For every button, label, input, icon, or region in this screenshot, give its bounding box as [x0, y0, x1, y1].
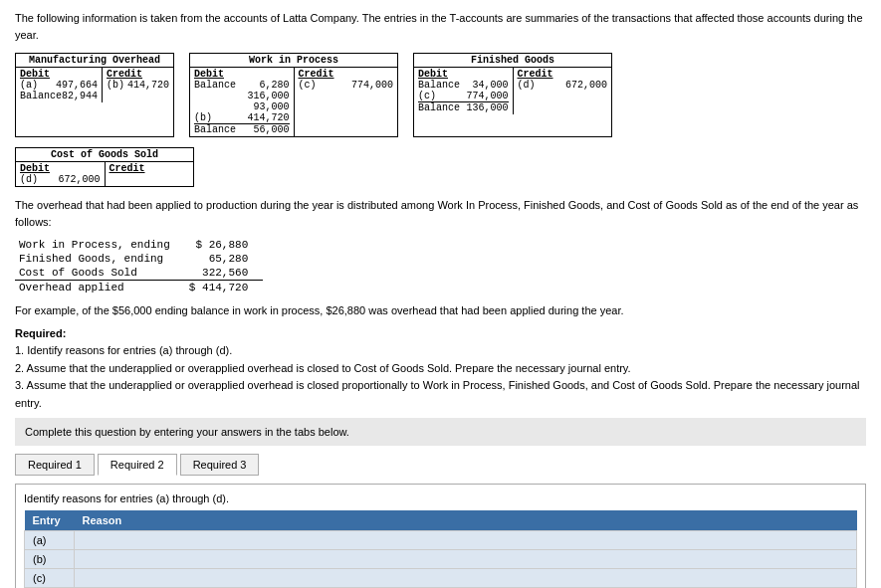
- wip-title: Work in Process: [190, 54, 397, 68]
- entry-b-label: (b): [25, 550, 75, 569]
- intro-text: The following information is taken from …: [15, 10, 866, 43]
- example-text: For example, of the $56,000 ending balan…: [15, 302, 866, 319]
- table-row: (b): [25, 550, 857, 569]
- t-accounts-section: Manufacturing Overhead Debit (a)497,664 …: [15, 53, 866, 137]
- manufacturing-overhead-account: Manufacturing Overhead Debit (a)497,664 …: [15, 53, 174, 137]
- tab-required-1[interactable]: Required 1: [15, 454, 95, 476]
- entry-a-label: (a): [25, 531, 75, 550]
- fg-title: Finished Goods: [414, 54, 611, 68]
- cogs-debit: Debit (d)672,000: [16, 162, 106, 186]
- complete-box-text: Complete this question by entering your …: [25, 426, 349, 438]
- complete-box: Complete this question by entering your …: [15, 418, 866, 446]
- tab-required-2[interactable]: Required 2: [98, 454, 177, 476]
- required-item-1: 1. Identify reasons for entries (a) thro…: [15, 344, 232, 356]
- mfg-overhead-title: Manufacturing Overhead: [16, 54, 173, 68]
- cogs-title: Cost of Goods Sold: [16, 148, 193, 162]
- table-row: (c): [25, 569, 857, 588]
- col-reason: Reason: [75, 510, 857, 531]
- wip-credit: Credit (c)774,000: [295, 68, 398, 136]
- entry-c-reason[interactable]: [75, 569, 857, 588]
- fg-credit: Credit (d)672,000: [514, 68, 612, 114]
- tab-required-3[interactable]: Required 3: [180, 454, 260, 476]
- mfg-overhead-debit: Debit (a)497,664 Balance82,944: [16, 68, 103, 102]
- overhead-distribution-table: Work in Process, ending$ 26,880 Finished…: [15, 238, 866, 294]
- overhead-paragraph: The overhead that had been applied to pr…: [15, 197, 866, 230]
- entry-a-reason[interactable]: [75, 531, 857, 550]
- wip-debit: Debit Balance6,280 316,000 93,000 (b)414…: [190, 68, 295, 136]
- col-entry: Entry: [25, 510, 75, 531]
- entry-b-reason[interactable]: [75, 550, 857, 569]
- entry-table: Entry Reason (a) (b) (c) (d): [24, 510, 857, 588]
- tab-content-area: Identify reasons for entries (a) through…: [15, 484, 866, 588]
- mfg-overhead-credit: Credit (b)414,720: [103, 68, 173, 102]
- finished-goods-account: Finished Goods Debit Balance34,000 (c)77…: [413, 53, 612, 137]
- fg-debit: Debit Balance34,000 (c)774,000 Balance13…: [414, 68, 514, 114]
- entry-c-label: (c): [25, 569, 75, 588]
- required-item-3: 3. Assume that the underapplied or overa…: [15, 379, 860, 409]
- work-in-process-account: Work in Process Debit Balance6,280 316,0…: [189, 53, 398, 137]
- identify-text: Identify reasons for entries (a) through…: [24, 492, 857, 504]
- table-row: (a): [25, 531, 857, 550]
- required-section: Required: 1. Identify reasons for entrie…: [15, 325, 866, 413]
- required-item-2: 2. Assume that the underapplied or overa…: [15, 362, 631, 374]
- cost-of-goods-sold-account: Cost of Goods Sold Debit (d)672,000 Cred…: [15, 147, 866, 187]
- tabs-row[interactable]: Required 1 Required 2 Required 3: [15, 454, 866, 476]
- cogs-credit: Credit: [106, 162, 194, 186]
- required-title: Required:: [15, 327, 66, 339]
